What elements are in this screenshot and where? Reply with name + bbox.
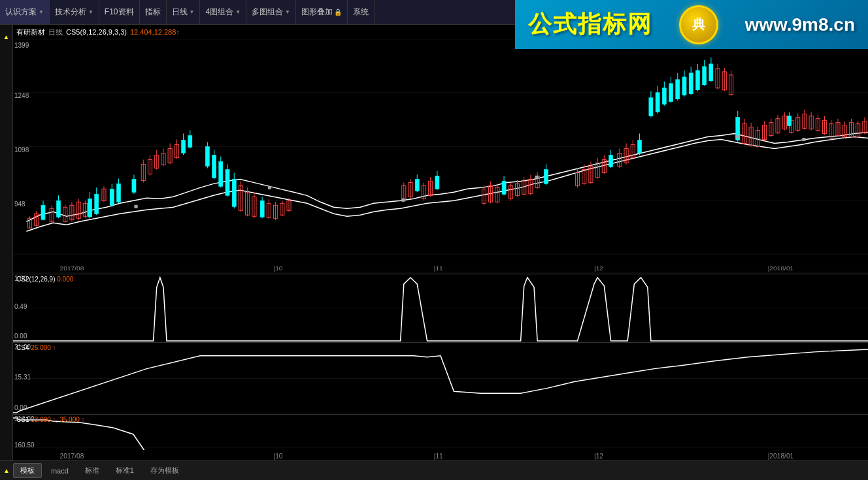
cs1-value2: 35.000 [59, 416, 80, 423]
tab-save-template[interactable]: 存为模板 [143, 463, 186, 478]
toolbar-item-system[interactable]: 系统 [348, 0, 375, 24]
svg-text:|2018/01: |2018/01 [768, 264, 794, 272]
svg-rect-208 [803, 138, 805, 141]
triangle-icon: ▲ [3, 467, 10, 474]
toolbar-item-indicator[interactable]: 指标 [140, 0, 167, 24]
cs4-y-2: 15.31 [14, 374, 31, 381]
toolbar-item-daily[interactable]: 日线 ▼ [167, 0, 201, 24]
svg-text:|10: |10 [274, 264, 283, 272]
toolbar-item-plan[interactable]: 认识方案 ▼ [0, 0, 50, 24]
logo-area: 公式指标网 典 www.9m8.cn [515, 0, 868, 49]
cs1-value1: 33.000 [31, 416, 51, 423]
cs5-value2: 12.288 [154, 28, 176, 36]
cs5-label: CS5(9,12,26,9,3,3) [66, 28, 127, 36]
main-chart[interactable]: 1399 1248 1098 948 [13, 39, 868, 274]
cs4-value: 26.000 [31, 344, 51, 351]
cs1-label: CS1 33.000 ↑, 35.000 ↑ [16, 416, 85, 423]
cs5-trend: ↑ [176, 28, 180, 36]
tab-macd[interactable]: macd [44, 464, 76, 477]
logo-en-text: www.9m8.cn [744, 14, 855, 35]
svg-text:2017/08: 2017/08 [60, 264, 84, 272]
cs2-y-3: 0.00 [14, 333, 27, 340]
cs2-value: 0.000 [57, 276, 73, 283]
toolbar-item-4chart[interactable]: 4图组合 ▼ [200, 0, 246, 24]
y-label-1098: 1098 [14, 147, 29, 153]
cs1-trend1: ↑ [53, 416, 56, 423]
cs4-label: CS4 26.000 ↑ [16, 344, 56, 351]
logo-cn-text: 公式指标网 [528, 8, 652, 40]
svg-rect-206 [535, 176, 538, 178]
cs1-y-2: 160.50 [14, 442, 35, 449]
cs4-svg [13, 343, 868, 414]
svg-text:|10: |10 [274, 453, 283, 460]
cs4-chart[interactable]: CS4 26.000 ↑ 31.00 15.31 0.00 [13, 343, 868, 415]
tab-standard1[interactable]: 标准1 [108, 463, 141, 478]
left-panel-triangle[interactable]: ▲ [3, 33, 10, 40]
stock-name: 有研新材 [16, 27, 45, 37]
chart-container: 有研新材 日线 CS5(9,12,26,9,3,3) 12.404 , 12.2… [0, 25, 868, 460]
left-panel: 日线 ▲ [0, 25, 13, 460]
bottom-tabs: ▲ 模板 macd 标准 标准1 存为模板 [0, 460, 868, 480]
svg-text:|11: |11 [434, 264, 443, 272]
cs5-value1: 12.404 [130, 28, 152, 36]
tab-template[interactable]: 模板 [13, 463, 42, 478]
logo-coin: 典 [679, 5, 718, 44]
cs4-y-3: 0.00 [14, 405, 27, 411]
svg-rect-205 [402, 199, 405, 201]
tab-standard[interactable]: 标准 [78, 463, 107, 478]
toolbar-item-f10[interactable]: F10资料 [99, 0, 140, 24]
cs2-chart[interactable]: CS2(12,26,9) 0.000 1.00 0.49 0.00 [13, 274, 868, 343]
stock-period: 日线 [48, 27, 63, 37]
svg-text:2017/08: 2017/08 [60, 453, 84, 460]
svg-text:|2018/01: |2018/01 [768, 453, 794, 460]
svg-rect-204 [268, 186, 271, 189]
y-label-948: 948 [14, 201, 25, 208]
y-label-1399: 1399 [14, 42, 29, 49]
cs4-trend: ↑ [53, 344, 56, 351]
toolbar-item-multichart[interactable]: 多图组合 ▼ [246, 0, 296, 24]
y-label-1248: 1248 [14, 93, 29, 99]
cs1-trend2: ↑ [82, 416, 85, 423]
candlestick-svg: 2017/08 |10 |11 |12 |2018/01 [13, 39, 868, 274]
cs2-label: CS2(12,26,9) 0.000 [16, 276, 73, 283]
svg-text:|11: |11 [434, 453, 443, 460]
cs2-svg [13, 274, 868, 342]
svg-rect-203 [135, 205, 137, 208]
toolbar-item-analysis[interactable]: 技术分析 ▼ [50, 0, 99, 24]
svg-rect-207 [736, 136, 739, 138]
cs2-y-2: 0.49 [14, 304, 27, 310]
svg-text:|12: |12 [594, 453, 603, 460]
svg-text:|12: |12 [594, 264, 603, 272]
toolbar-item-overlay[interactable]: 图形叠加 🔒 [296, 0, 348, 24]
